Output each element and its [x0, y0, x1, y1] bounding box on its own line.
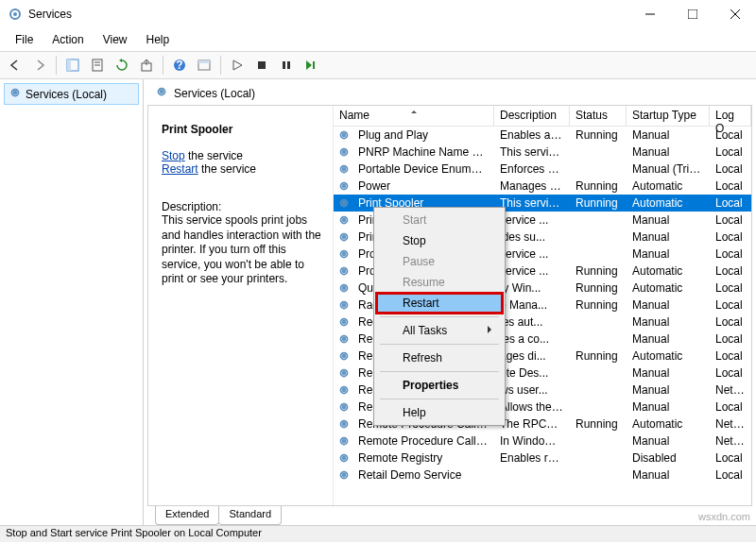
- cell-startup: Automatic: [627, 263, 710, 279]
- show-hide-tree-button[interactable]: [61, 54, 84, 76]
- gear-icon: [337, 213, 351, 227]
- cell-name: Retail Demo Service: [352, 467, 494, 483]
- tree-node-services-local[interactable]: Services (Local): [4, 83, 139, 105]
- cell-desc: In Windows...: [494, 433, 570, 449]
- table-row[interactable]: PowerManages p...RunningAutomaticLocal: [334, 178, 751, 195]
- stop-link[interactable]: Stop: [162, 149, 185, 162]
- table-row[interactable]: PNRP Machine Name Publi...This service .…: [334, 144, 751, 161]
- col-logon[interactable]: Log O: [710, 106, 751, 126]
- ctx-properties[interactable]: Properties: [376, 375, 503, 396]
- cell-desc: service ...: [494, 212, 570, 228]
- cell-startup: Manual: [627, 314, 710, 330]
- svg-point-60: [341, 438, 348, 445]
- svg-rect-18: [287, 61, 290, 69]
- tab-extended[interactable]: Extended: [155, 506, 219, 525]
- pause-service-button[interactable]: [275, 54, 298, 76]
- svg-point-55: [343, 389, 346, 392]
- table-row[interactable]: Remote RegistryEnables rem...DisabledLoc…: [334, 450, 751, 467]
- stop-service-button[interactable]: [250, 54, 273, 76]
- col-description[interactable]: Description: [494, 106, 570, 126]
- table-row[interactable]: Retail Demo ServiceManualLocal: [334, 467, 751, 484]
- svg-point-54: [341, 387, 348, 394]
- chevron-right-icon: [488, 326, 495, 333]
- start-service-button[interactable]: [226, 54, 249, 76]
- cell-logon: Netwo: [710, 433, 751, 449]
- svg-point-28: [341, 166, 348, 173]
- refresh-button[interactable]: [111, 54, 133, 76]
- menu-action[interactable]: Action: [43, 30, 93, 49]
- tree-pane: Services (Local): [0, 79, 144, 525]
- restart-service-button[interactable]: [300, 54, 322, 76]
- svg-point-48: [341, 336, 348, 343]
- col-status[interactable]: Status: [570, 106, 627, 126]
- cell-logon: Local: [710, 229, 751, 245]
- minimize-button[interactable]: [628, 0, 671, 28]
- svg-point-53: [343, 372, 346, 375]
- ctx-help[interactable]: Help: [376, 402, 503, 423]
- ctx-resume[interactable]: Resume: [376, 272, 503, 293]
- cell-startup: Manual: [627, 246, 710, 262]
- column-headers: Name Description Status Startup Type Log…: [334, 106, 751, 127]
- cell-desc: service ...: [494, 246, 570, 262]
- close-button[interactable]: [713, 0, 756, 28]
- cell-name: Remote Registry: [352, 450, 494, 466]
- maximize-button[interactable]: [671, 0, 713, 28]
- cell-desc: This service ...: [494, 195, 570, 211]
- ctx-stop[interactable]: Stop: [376, 230, 503, 251]
- col-name[interactable]: Name: [334, 106, 494, 126]
- cell-status: Running: [570, 280, 627, 296]
- cell-status: [570, 151, 627, 153]
- cell-logon: Local: [710, 263, 751, 279]
- tab-standard[interactable]: Standard: [218, 506, 282, 525]
- panel-header-label: Services (Local): [174, 87, 255, 100]
- svg-point-20: [12, 90, 19, 96]
- svg-point-39: [343, 253, 346, 256]
- info-pane: Print Spooler Stop the service Restart t…: [148, 106, 333, 505]
- toolbar-icon[interactable]: [193, 54, 215, 76]
- menu-view[interactable]: View: [94, 30, 137, 49]
- properties-button[interactable]: [86, 54, 109, 76]
- view-tabs: Extended Standard: [147, 506, 752, 525]
- menu-file[interactable]: File: [6, 30, 43, 49]
- ctx-refresh[interactable]: Refresh: [376, 348, 503, 368]
- ctx-start[interactable]: Start: [376, 210, 503, 230]
- cell-desc: [494, 474, 570, 476]
- gear-icon: [337, 145, 351, 159]
- table-row[interactable]: Portable Device Enumerator...Enforces gr…: [334, 161, 751, 178]
- cell-name: Remote Procedure Call (R...: [352, 433, 494, 449]
- ctx-all-tasks[interactable]: All Tasks: [376, 320, 503, 341]
- titlebar: Services: [0, 0, 756, 28]
- cell-logon: Local: [710, 348, 751, 364]
- cell-desc: ages di...: [494, 348, 570, 364]
- cell-desc: Enables a c...: [494, 127, 570, 143]
- svg-point-37: [343, 236, 346, 239]
- gear-icon: [9, 86, 22, 102]
- ctx-restart[interactable]: Restart: [376, 293, 503, 314]
- table-row[interactable]: Plug and PlayEnables a c...RunningManual…: [334, 127, 751, 144]
- svg-point-36: [341, 234, 348, 241]
- svg-point-43: [343, 287, 346, 290]
- gear-icon: [155, 85, 168, 101]
- cell-startup: Automatic: [627, 348, 710, 364]
- svg-point-57: [343, 406, 346, 409]
- menu-help[interactable]: Help: [137, 30, 180, 49]
- cell-status: Running: [570, 178, 627, 194]
- cell-logon: Local: [710, 144, 751, 160]
- export-button[interactable]: [135, 54, 158, 76]
- table-row[interactable]: Remote Procedure Call (R...In Windows...…: [334, 433, 751, 450]
- restart-link[interactable]: Restart: [162, 162, 198, 176]
- svg-point-62: [341, 455, 348, 462]
- back-button[interactable]: [4, 54, 26, 76]
- svg-point-56: [341, 404, 348, 411]
- cell-status: Running: [570, 127, 627, 143]
- col-startup[interactable]: Startup Type: [627, 106, 710, 126]
- ctx-pause[interactable]: Pause: [376, 251, 503, 272]
- menubar: File Action View Help: [0, 28, 756, 51]
- ctx-separator: [380, 316, 499, 317]
- svg-point-42: [341, 285, 348, 292]
- help-button[interactable]: ?: [168, 54, 191, 76]
- forward-button[interactable]: [28, 54, 51, 76]
- status-bar: Stop and Start service Print Spooler on …: [0, 525, 756, 542]
- svg-point-34: [341, 217, 348, 224]
- description-label: Description:: [162, 200, 323, 213]
